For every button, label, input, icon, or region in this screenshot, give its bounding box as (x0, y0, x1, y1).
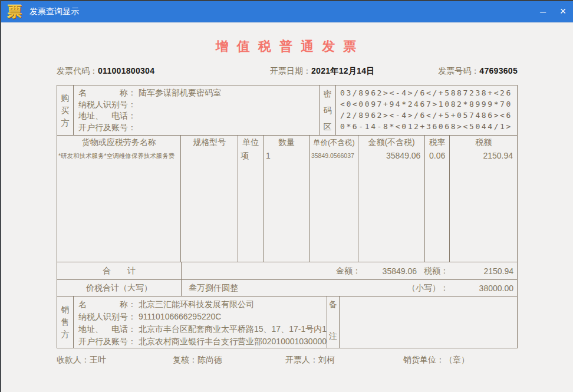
payee: 收款人：王叶 (57, 355, 173, 365)
minimize-button[interactable]: – (533, 1, 553, 22)
column-header: 单位 (238, 136, 263, 150)
remark-side-label: 备 注 (327, 297, 340, 348)
column-tax-rate: 税率 0.06 (425, 136, 450, 262)
column-header: 规格型号 (181, 136, 238, 150)
seller-address-line: 地址、 电话： 北京市丰台区配套商业太平桥路15、17、17-1号内1 (78, 323, 327, 335)
buyer-side-label: 购买方 (57, 85, 74, 135)
item-name-cell: *研发和技术服务*空调维修保养技术服务费 (57, 150, 180, 162)
password-line: 0*6-14-8*<012+36068><5044/1> (340, 121, 517, 132)
buyer-bank-line: 开户行及账号： (78, 122, 319, 134)
column-header: 数量 (264, 136, 309, 150)
column-amount: 金额(不含税) 35849.06 (358, 136, 426, 262)
seller-side-label: 销售方 (57, 297, 74, 348)
seller-name-line: 名 称： 北京三汇能环科技发展有限公司 (78, 298, 327, 311)
totals-row: 合 计 金额： 35849.06 税额： 2150.94 (57, 262, 517, 280)
totals-amount-label: 金额： (336, 266, 361, 276)
column-unit-price: 单价(不含税) 35849.0566037 (310, 136, 358, 262)
invoice-date: 开票日期：2021年12月14日 (270, 66, 438, 77)
item-tax-rate-cell: 0.06 (425, 150, 449, 162)
items-section: 货物或应税劳务名称 *研发和技术服务*空调维修保养技术服务费 规格型号 单位 项… (57, 136, 517, 262)
buyer-taxid-label: 纳税人识别号： (78, 99, 139, 111)
buyer-info-cell: 名 称： 陆军参谋部机要密码室 纳税人识别号： 地址、 电话： 开户行及账号： (74, 85, 320, 135)
buyer-address-label: 地址、 电话： (78, 110, 139, 122)
seller-address-label: 地址、 电话： (78, 323, 139, 335)
seller-info-cell: 名 称： 北京三汇能环科技发展有限公司 纳税人识别号： 911101066662… (74, 297, 327, 348)
drawer-value: 刘柯 (318, 355, 335, 364)
item-price-cell: 35849.0566037 (310, 150, 358, 162)
password-line: /2/8962><-4>/6</+5+057486><6 (340, 110, 517, 121)
buyer-bank-label: 开户行及账号： (78, 122, 139, 134)
invoice-title: 增 值 税 普 通 发 票 (1, 38, 573, 55)
window-title: 发票查询显示 (29, 6, 79, 17)
invoice-date-value: 2021年12月14日 (311, 66, 375, 75)
column-header: 税额 (450, 136, 517, 150)
buyer-name-value: 陆军参谋部机要密码室 (139, 87, 221, 99)
invoice-header-row: 发票代码：011001800304 开票日期：2021年12月14日 发票号码：… (57, 66, 518, 77)
seller-taxid-label: 纳税人识别号： (78, 311, 139, 323)
seller-name-value: 北京三汇能环科技发展有限公司 (139, 298, 254, 311)
grand-total-row: 价税合计（大写） 叁万捌仟圆整 （小写）： 38000.00 (57, 280, 517, 297)
grand-total-small-label: （小写）： (407, 283, 449, 294)
close-button[interactable]: × (553, 1, 573, 22)
totals-values: 金额： 35849.06 税额： 2150.94 (182, 266, 517, 276)
invoice-table: 购买方 名 称： 陆军参谋部机要密码室 纳税人识别号： 地址、 电话： 开户行及… (57, 85, 518, 348)
payee-value: 王叶 (90, 355, 106, 364)
seller-bank-line: 开户行及账号： 北京农村商业银行丰台支行营业部02010001030000 (78, 335, 327, 348)
column-item-name: 货物或应税劳务名称 *研发和技术服务*空调维修保养技术服务费 (57, 136, 181, 262)
column-header: 单价(不含税) (310, 136, 358, 150)
invoice-number-value: 47693605 (479, 66, 518, 75)
buyer-address-line: 地址、 电话： (78, 110, 319, 122)
column-header: 税率 (425, 136, 449, 150)
column-unit: 单位 项 (238, 136, 264, 262)
column-quantity: 数量 1 (264, 136, 310, 262)
window-controls: – × (533, 1, 573, 22)
totals-label: 合 计 (57, 262, 182, 279)
seller-name-label: 名 称： (78, 298, 139, 311)
buyer-section: 购买方 名 称： 陆军参谋部机要密码室 纳税人识别号： 地址、 电话： 开户行及… (57, 85, 517, 136)
password-line: <0<0097+94*2467>1082*8999*70 (340, 98, 517, 110)
window-titlebar[interactable]: 票 发票查询显示 – × (1, 1, 573, 22)
invoice-code-label: 发票代码： (57, 66, 98, 75)
column-header: 金额(不含税) (358, 136, 425, 150)
item-quantity-cell: 1 (264, 150, 309, 162)
seller-address-value: 北京市丰台区配套商业太平桥路15、17、17-1号内1 (139, 323, 327, 335)
seller-unit-value: （章） (444, 355, 469, 364)
reviewer: 复核：陈尚德 (173, 355, 285, 365)
remark-char: 注 (329, 331, 337, 342)
invoice-query-window: 票 发票查询显示 – × 增 值 税 普 通 发 票 发票代码：01100180… (0, 0, 573, 392)
buyer-name-label: 名 称： (78, 87, 139, 99)
item-tax-cell: 2150.94 (450, 150, 517, 162)
reviewer-label: 复核： (173, 355, 197, 364)
totals-tax-label: 税额： (424, 266, 449, 276)
column-header: 货物或应税劳务名称 (57, 136, 180, 150)
password-area-cell: 03/8962><-4>/6</+5887238+<26 <0<0097+94*… (336, 85, 517, 135)
grand-total-values: 叁万捌仟圆整 （小写）： 38000.00 (182, 283, 517, 294)
invoice-number-label: 发票号码： (438, 66, 479, 75)
buyer-taxid-line: 纳税人识别号： (78, 99, 319, 111)
drawer-label: 开票人： (285, 355, 318, 364)
remark-char: 备 (329, 299, 337, 310)
invoice-date-label: 开票日期： (270, 66, 311, 75)
totals-amount-value: 35849.06 (361, 266, 417, 276)
seller-bank-label: 开户行及账号： (78, 335, 139, 348)
column-tax: 税额 2150.94 (450, 136, 517, 262)
payee-label: 收款人： (57, 355, 90, 364)
item-amount-cell: 35849.06 (358, 150, 425, 162)
seller-unit-label: 销货单位： (403, 355, 444, 364)
seller-unit: 销货单位：（章） (403, 355, 518, 365)
column-spec: 规格型号 (181, 136, 238, 262)
password-area-side-label: 密码区 (320, 85, 336, 135)
grand-total-label: 价税合计（大写） (57, 280, 182, 296)
grand-total-small-value: 38000.00 (449, 284, 513, 293)
password-line: 03/8962><-4>/6</+5887238+<26 (340, 87, 517, 98)
invoice-code-value: 011001800304 (98, 66, 154, 75)
buyer-name-line: 名 称： 陆军参谋部机要密码室 (78, 87, 319, 99)
invoice-code: 发票代码：011001800304 (57, 66, 270, 77)
signature-row: 收款人：王叶 复核：陈尚德 开票人：刘柯 销货单位：（章） (57, 355, 518, 365)
seller-taxid-value: 91110106666295220C (139, 311, 221, 323)
seller-taxid-line: 纳税人识别号： 91110106666295220C (78, 311, 327, 323)
grand-total-words: 叁万捌仟圆整 (182, 283, 238, 294)
item-unit-cell: 项 (238, 150, 263, 162)
totals-tax-value: 2150.94 (449, 266, 513, 276)
reviewer-value: 陈尚德 (197, 355, 222, 364)
